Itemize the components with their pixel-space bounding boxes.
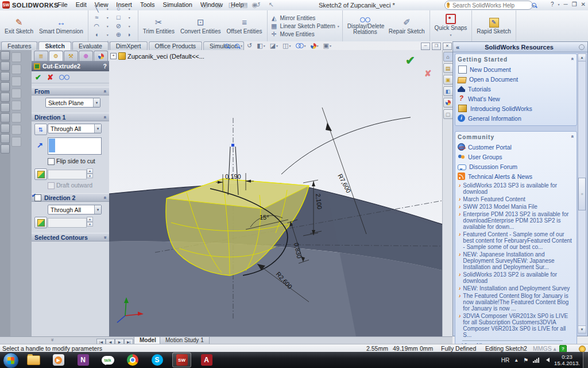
previous-view-icon[interactable]: ↺ [247, 42, 252, 49]
from-group-header[interactable]: From« [32, 87, 109, 95]
convert-entities-button[interactable]: ⊡ Convert Entities [179, 17, 223, 35]
help-search-box[interactable]: ? ▾ [444, 1, 533, 10]
direction1-end-condition-dropdown[interactable]: Through All [48, 124, 102, 133]
restore-button[interactable]: ❐ [572, 1, 577, 7]
display-style-icon[interactable]: ◫▾ [283, 42, 291, 49]
doc-minimize-button[interactable]: ─ [421, 43, 430, 50]
tool-icon[interactable] [1, 93, 10, 102]
smart-dimension-button[interactable]: ↔ Smart Dimension [37, 17, 85, 35]
news-link[interactable]: Enterprise PDM 2013 SP2 is available for… [463, 211, 574, 230]
taskbar-skype[interactable]: S [148, 352, 167, 367]
reverse-direction1-button[interactable]: ⇅ [34, 124, 47, 135]
tool-icon[interactable] [11, 76, 21, 86]
taskbar-onenote[interactable]: N [74, 352, 92, 367]
selected-contours-group-header[interactable]: Selected Contours« [32, 233, 109, 241]
circle-tool-icon[interactable]: ○ [117, 5, 121, 12]
task-pane-scrollbar[interactable]: ▲ ≡ ▼ [578, 53, 586, 334]
fillet-tool-icon[interactable]: ◗ [127, 31, 131, 38]
taskbar-media-player[interactable]: ▶ [49, 352, 68, 367]
help-caret-icon[interactable]: ▾ [558, 2, 560, 6]
tool-icon[interactable] [11, 125, 21, 135]
cancel-button[interactable]: ✘ [47, 73, 53, 82]
news-link[interactable]: The Featured Content Blog for January is… [463, 293, 574, 312]
hide-show-items-icon[interactable]: ▾ [296, 43, 306, 48]
move-entities-button[interactable]: ✛ Move Entities [270, 30, 339, 38]
search-input[interactable] [451, 2, 529, 9]
menu-edit[interactable]: Edit [76, 1, 87, 9]
confirmation-cancel-icon[interactable]: ✘ [424, 68, 432, 79]
confirmation-ok-icon[interactable]: ✔ [405, 53, 415, 67]
from-plane-dropdown[interactable]: Sketch Plane [45, 98, 100, 108]
news-link[interactable]: SolidWorks 2013 SP2 is available for dow… [463, 271, 574, 284]
file-explorer-tab-icon[interactable]: ▣ [443, 75, 453, 85]
open-document-link[interactable]: Open a Document [469, 76, 518, 83]
news-link[interactable]: NEW: Installation and Deployment Survey [463, 285, 570, 292]
draft-outward-checkbox[interactable] [48, 182, 55, 189]
tab-office-products[interactable]: Office Products [149, 41, 203, 50]
doc-restore-button[interactable]: ❐ [432, 43, 441, 50]
line-tool-icon[interactable]: ╲ [95, 5, 99, 13]
sketch-origin-point[interactable] [231, 144, 234, 147]
scroll-down-icon[interactable]: ▼ [578, 325, 586, 333]
tool-icon[interactable] [1, 113, 10, 122]
mirror-entities-button[interactable]: ◭ Mirror Entities [270, 14, 339, 22]
display-delete-relations-button[interactable]: Display/Delete Relations [346, 17, 385, 36]
language-indicator[interactable]: HR [501, 357, 509, 363]
arc-tool-icon[interactable]: ◠ [94, 22, 99, 30]
save-icon[interactable]: ◫ [227, 1, 235, 9]
menu-simulation[interactable]: Simulation [163, 1, 192, 9]
configuration-manager-tab-icon[interactable]: ⚒ [64, 51, 78, 61]
tool-icon[interactable] [1, 124, 10, 133]
open-document-icon[interactable]: ◱ [214, 1, 222, 9]
action-center-flag-icon[interactable]: ⚑ [523, 357, 528, 363]
ellipse-tool-icon[interactable]: ⊘ [116, 22, 121, 30]
scrollbar-thumb[interactable]: ≡ [578, 178, 586, 210]
tray-expand-icon[interactable]: ▲ [514, 358, 519, 363]
tool-icon[interactable] [1, 134, 10, 143]
trim-entities-button[interactable]: ✂ Trim Entities [141, 17, 176, 35]
new-document-icon[interactable]: ▢ [201, 1, 209, 9]
offset-entities-button[interactable]: ≡ Offset Entities [225, 17, 264, 35]
view-palette-tab-icon[interactable]: ◧ [443, 86, 453, 96]
rectangle-tool-icon[interactable]: □ [117, 14, 121, 21]
volume-icon[interactable] [544, 358, 550, 362]
undo-icon[interactable]: ↺ [254, 1, 262, 9]
help-icon[interactable]: ? [551, 1, 554, 7]
taskbar-clock[interactable]: 0:23 15.4.2013. [554, 354, 580, 366]
menu-tools[interactable]: Tools [140, 1, 155, 9]
getting-started-header[interactable]: Getting Started« [458, 55, 574, 63]
graphics-viewport[interactable]: 0,190 2,100 R7,600 15° 0,830 R2,600 + Zu… [109, 50, 442, 336]
taskbar-solidworks[interactable]: SW [172, 352, 191, 367]
linear-pattern-button[interactable]: ▦ Linear Sketch Pattern ▾ [270, 22, 339, 30]
draft-on-off1-button[interactable] [34, 168, 47, 180]
section-view-icon[interactable]: ◧▾ [257, 42, 265, 49]
tutorials-link[interactable]: Tutorials [468, 86, 491, 93]
tool-icon[interactable] [11, 89, 21, 98]
draft-angle1-spinner[interactable]: ▲▼ [87, 168, 93, 178]
network-icon[interactable] [533, 357, 539, 363]
dimxpert-manager-tab-icon[interactable]: ⊕ [79, 51, 93, 61]
flip-side-checkbox[interactable] [48, 158, 55, 165]
custom-properties-tab-icon[interactable]: ▢ [443, 109, 453, 119]
taskbar-google-talk[interactable]: talk [98, 352, 117, 367]
show-desktop-button[interactable] [583, 352, 588, 368]
pm-help-button[interactable]: ? [103, 63, 107, 70]
point-tool-icon[interactable]: ⊕ [116, 31, 121, 39]
splitter-chevron-icon[interactable]: « [49, 338, 55, 341]
tool-icon[interactable] [1, 82, 10, 91]
feature-manager-tab-icon[interactable]: ≣ [34, 51, 48, 61]
tool-icon[interactable] [11, 101, 21, 110]
scroll-up-icon[interactable]: ▲ [578, 54, 586, 62]
user-groups-link[interactable]: User Groups [468, 154, 502, 160]
news-link[interactable]: 3DVIA Composer V6R2013x SP0 is LIVE for … [463, 313, 574, 338]
close-button[interactable]: ✕ [581, 1, 586, 7]
minimize-button[interactable]: ─ [564, 1, 568, 7]
tool-icon[interactable] [1, 144, 10, 154]
units-selector[interactable]: MMGS ▴ [533, 345, 556, 352]
appearances-tab-icon[interactable] [443, 98, 453, 108]
apply-scene-icon[interactable]: ▣▾ [323, 42, 331, 49]
customer-portal-link[interactable]: Customer Portal [468, 144, 512, 151]
zoom-fit-icon[interactable] [224, 43, 230, 49]
tool-icon[interactable] [1, 51, 10, 60]
news-link[interactable]: March Featured Content [463, 196, 525, 202]
